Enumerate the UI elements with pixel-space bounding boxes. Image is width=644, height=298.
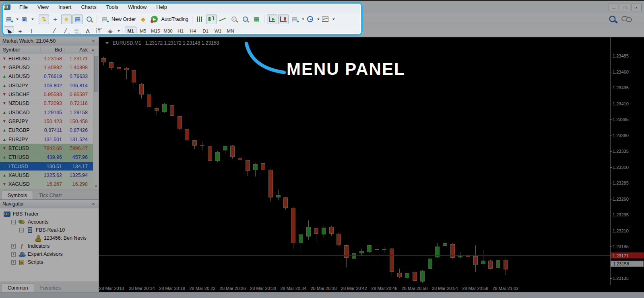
market-watch-row-eurgbp[interactable]: ▲EURGBP0.874110.87426 bbox=[0, 126, 93, 135]
fibonacci-tool[interactable]: ≣F bbox=[71, 26, 82, 36]
metaeditor-button[interactable]: ◆ bbox=[138, 14, 148, 24]
vertical-line-tool[interactable]: | bbox=[26, 26, 37, 36]
expander-plus-icon[interactable]: + bbox=[11, 244, 16, 249]
shapes-tool-dropdown-icon[interactable] bbox=[118, 30, 120, 32]
timeframe-h1[interactable]: H1 bbox=[175, 27, 186, 35]
chart-collapse-icon[interactable] bbox=[105, 42, 109, 44]
candlestick-type-button[interactable] bbox=[206, 14, 217, 24]
horizontal-line-tool[interactable]: — bbox=[37, 26, 48, 36]
market-watch-scrollbar[interactable]: ▼ bbox=[93, 54, 99, 189]
price-axis[interactable] bbox=[610, 37, 611, 285]
menu-insert[interactable]: Insert bbox=[54, 3, 76, 11]
chat-icon[interactable] bbox=[621, 16, 632, 23]
market-watch-row-usdchf[interactable]: ▼USDCHF0.955830.95597 bbox=[0, 90, 93, 99]
timeframe-d1[interactable]: D1 bbox=[200, 27, 211, 35]
chart-shift-toggle[interactable] bbox=[278, 14, 289, 24]
scrollbar-thumb[interactable] bbox=[94, 56, 98, 92]
navigator-item-expert-advisors[interactable]: +Expert Advisors bbox=[0, 250, 99, 258]
navigator-tab-common[interactable]: Common bbox=[2, 283, 34, 292]
cursor-tool[interactable] bbox=[4, 26, 14, 36]
autotrading-button[interactable]: ▶ bbox=[149, 14, 159, 24]
menu-help[interactable]: Help bbox=[151, 3, 172, 11]
chart-window[interactable]: EURUSD,M1 1.23172 1.23172 1.23148 1.2315… bbox=[99, 37, 644, 292]
new-order-button-label[interactable]: New Order bbox=[111, 16, 136, 22]
text-tool[interactable]: A bbox=[83, 26, 93, 36]
timeframe-h4[interactable]: H4 bbox=[187, 27, 199, 35]
new-chart-button[interactable]: ▤+ bbox=[4, 14, 14, 24]
bar-chart-type-button[interactable] bbox=[195, 14, 205, 24]
market-watch-close-icon[interactable]: × bbox=[91, 38, 96, 44]
column-bid[interactable]: Bid bbox=[40, 47, 64, 53]
market-watch-row-xagusd[interactable]: ▼XAGUSD16.26716.298 bbox=[0, 180, 93, 189]
shapes-tool[interactable]: ◈ bbox=[105, 26, 116, 36]
market-watch-tab-symbols[interactable]: Symbols bbox=[2, 191, 33, 199]
trendline-tool[interactable]: ╱ bbox=[49, 26, 59, 36]
navigator-item-fbs-real-10[interactable]: −FBS-Real-10 bbox=[0, 226, 99, 234]
search-icon[interactable] bbox=[609, 15, 615, 25]
new-order-button[interactable]: ▤+ bbox=[99, 14, 110, 24]
market-watch-row-ethusd[interactable]: ▲ETHUSD439.96457.96 bbox=[0, 153, 93, 162]
data-window-button[interactable]: + bbox=[50, 14, 60, 24]
time-axis[interactable] bbox=[99, 285, 644, 285]
navigator-close-icon[interactable]: × bbox=[91, 201, 96, 207]
column-symbol[interactable]: Symbol bbox=[0, 47, 40, 53]
market-watch-row-eurjpy[interactable]: ▲EURJPY131.501131.524 bbox=[0, 135, 93, 144]
market-watch-row-eurusd[interactable]: ▼EURUSD1.231581.23171 bbox=[0, 54, 93, 63]
column-ask[interactable]: Ask bbox=[64, 47, 90, 53]
autotrading-button-label[interactable]: AutoTrading bbox=[161, 16, 188, 22]
menu-tools[interactable]: Tools bbox=[101, 3, 123, 11]
navigator-toggle[interactable]: ★ bbox=[61, 14, 72, 24]
market-watch-toggle[interactable]: ⇅ bbox=[39, 14, 49, 24]
expander-plus-icon[interactable]: + bbox=[11, 252, 16, 257]
line-chart-type-button[interactable] bbox=[217, 14, 228, 24]
crosshair-tool[interactable]: + bbox=[15, 26, 25, 36]
strategy-tester-button[interactable] bbox=[84, 14, 94, 24]
close-button[interactable]: × bbox=[631, 4, 642, 11]
profiles-button-dropdown-icon[interactable] bbox=[31, 18, 34, 20]
menu-file[interactable]: File bbox=[14, 3, 33, 11]
zoom-out-button[interactable]: − bbox=[240, 14, 250, 24]
menu-view[interactable]: View bbox=[33, 3, 54, 11]
restore-button[interactable]: □ bbox=[620, 4, 630, 11]
templates-button-dropdown-icon[interactable] bbox=[332, 18, 335, 20]
scroll-down-icon[interactable]: ▼ bbox=[95, 185, 98, 188]
menu-window[interactable]: Window bbox=[123, 3, 151, 11]
terminal-toggle[interactable]: ▤ bbox=[72, 14, 83, 24]
navigator-item-scripts[interactable]: +Scripts bbox=[0, 258, 99, 266]
market-watch-row-xauusd[interactable]: ▲XAUUSD1325.621325.94 bbox=[0, 171, 93, 180]
periods-button-dropdown-icon[interactable] bbox=[317, 18, 320, 20]
expander-minus-icon[interactable]: − bbox=[11, 220, 16, 224]
tile-windows-button[interactable]: ▦ bbox=[251, 14, 262, 24]
menu-charts[interactable]: Charts bbox=[76, 3, 101, 11]
expander-plus-icon[interactable]: + bbox=[11, 260, 16, 265]
new-chart-button-dropdown-icon[interactable] bbox=[16, 18, 19, 20]
minimize-button[interactable]: – bbox=[609, 4, 619, 11]
profiles-button[interactable]: ▣ bbox=[19, 14, 29, 24]
scroll-up-icon[interactable]: ▲ bbox=[90, 48, 96, 51]
text-label-tool[interactable]: T bbox=[94, 26, 104, 36]
indicators-button[interactable]: ▤+ bbox=[289, 14, 300, 24]
market-watch-row-audusd[interactable]: ▲AUDUSD0.766190.76633 bbox=[0, 72, 93, 81]
zoom-in-button[interactable]: + bbox=[229, 14, 239, 24]
navigator-item-accounts[interactable]: −Accounts bbox=[0, 218, 99, 226]
navigator-tab-favorites[interactable]: Favorites bbox=[34, 283, 67, 292]
templates-button[interactable] bbox=[320, 14, 330, 24]
timeframe-m30[interactable]: M30 bbox=[162, 27, 174, 35]
navigator-item-fbs-trader[interactable]: FBS Trader bbox=[0, 210, 99, 218]
navigator-item-123456-ben-nevis[interactable]: 123456: Ben Nevis bbox=[0, 234, 99, 242]
timeframe-m5[interactable]: M5 bbox=[137, 27, 149, 35]
timeframe-m15[interactable]: M15 bbox=[150, 27, 161, 35]
indicators-button-dropdown-icon[interactable] bbox=[302, 18, 304, 20]
timeframe-mn[interactable]: MN bbox=[225, 27, 236, 35]
market-watch-row-nzdusd[interactable]: ▼NZDUSD0.720930.72116 bbox=[0, 99, 93, 108]
timeframe-w1[interactable]: W1 bbox=[212, 27, 224, 35]
market-watch-row-ltcusd[interactable]: ▲LTCUSD130.51134.17 bbox=[0, 162, 93, 171]
market-watch-row-btcusd[interactable]: ▼BTCUSD7842.667996.47 bbox=[0, 144, 93, 153]
market-watch-tab-tick-chart[interactable]: Tick Chart bbox=[33, 191, 68, 199]
market-watch-row-gbpusd[interactable]: ▼GBPUSD1.408821.40898 bbox=[0, 63, 93, 72]
auto-scroll-toggle[interactable] bbox=[267, 14, 277, 24]
timeframe-m1[interactable]: M1 bbox=[125, 27, 136, 35]
expander-minus-icon[interactable]: − bbox=[19, 228, 24, 232]
navigator-item-indicators[interactable]: +ƒIndicators bbox=[0, 242, 99, 250]
market-watch-row-usdjpy[interactable]: ▲USDJPY106.802106.814 bbox=[0, 81, 93, 90]
